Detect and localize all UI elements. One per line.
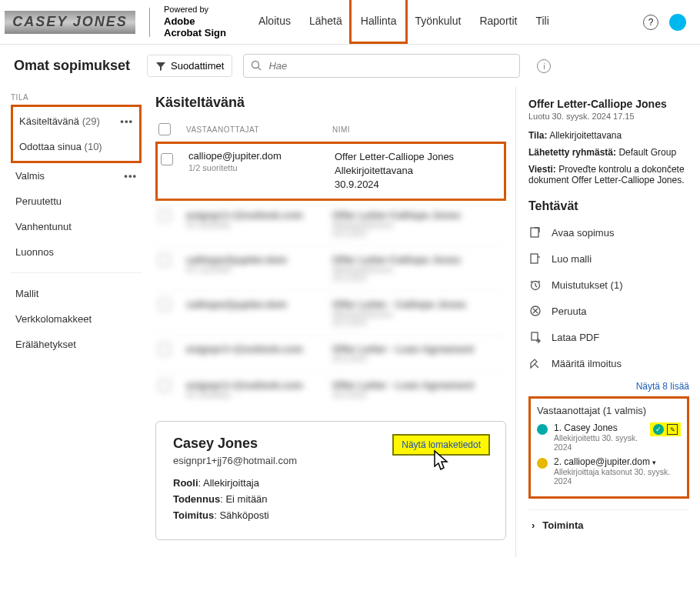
sidebar-item-verkkolomakkeet[interactable]: Verkkolomakkeet [11, 306, 142, 332]
panel-group: Lähetetty ryhmästä: Default Group [528, 147, 689, 158]
row-name: Offer Letter-Calliope Jones Allekirjoite… [335, 150, 504, 192]
info-icon[interactable]: i [537, 59, 551, 73]
recipients-box: Vastaanottajat (1 valmis) 1. Casey Jones… [528, 396, 689, 499]
column-name: NIMI [332, 125, 506, 134]
nav-tyonkulut[interactable]: Työnkulut [405, 0, 470, 44]
logo-divider [149, 8, 150, 37]
sidebar-item-valmis[interactable]: Valmis ••• [11, 163, 142, 189]
template-icon [528, 252, 542, 265]
task-cancel[interactable]: Peruuta [528, 298, 689, 324]
avatar[interactable] [669, 14, 686, 31]
detail-delivery: Toimitus: Sähköposti [173, 509, 488, 521]
check-icon: ✓ [653, 424, 664, 435]
sidebar-item-mallit[interactable]: Mallit [11, 281, 142, 306]
status-badge: ✓ ✎ [650, 422, 681, 436]
sidebar-tila-label: TILA [11, 93, 142, 102]
logo: CASEY JONES [5, 11, 135, 34]
nav-tili[interactable]: Tili [526, 0, 558, 44]
sidebar-item-eralahetykset[interactable]: Erälähetykset [11, 332, 142, 357]
search-icon [251, 60, 262, 71]
detail-role: Rooli: Allekirjoittaja [173, 477, 488, 489]
page-title: Omat sopimukset [14, 58, 130, 74]
task-download[interactable]: Lataa PDF [528, 324, 689, 350]
column-recipients: VASTAANOTTAJAT [186, 125, 332, 134]
signature-icon: ✎ [667, 424, 678, 435]
row-checkbox[interactable] [161, 153, 173, 165]
open-icon [528, 225, 542, 239]
recipient-status-dot [537, 458, 548, 469]
highlight-box: Käsiteltävänä (29) ••• Odottaa sinua (10… [11, 105, 142, 163]
panel-status: Tila: Allekirjoitettavana [528, 130, 689, 141]
recipients-heading: Vastaanottajat (1 valmis) [537, 405, 681, 416]
show-more-link[interactable]: Näytä 8 lisää [528, 381, 689, 392]
sidebar-item-kasiteltavana[interactable]: Käsiteltävänä (29) ••• [15, 109, 138, 134]
table-row-blurred: esignpr1+@outlook.com0/1 suoritettuOffer… [155, 371, 506, 407]
timeline-toggle[interactable]: › Toiminta [528, 509, 689, 540]
download-icon [528, 330, 542, 344]
svg-line-1 [258, 68, 262, 71]
svg-rect-3 [531, 254, 538, 263]
sidebar-item-luonnos[interactable]: Luonnos [11, 239, 142, 265]
svg-rect-6 [532, 332, 538, 340]
sidebar-item-odottaa[interactable]: Odottaa sinua (10) [15, 134, 138, 159]
panel-title: Offer Letter-Calliope Jones [528, 98, 689, 110]
cursor-icon [427, 449, 452, 479]
powered-by: Powered by Adobe Acrobat Sign [164, 5, 226, 38]
svg-rect-2 [531, 228, 538, 237]
task-notify[interactable]: Määritä ilmoitus [528, 350, 689, 376]
detail-auth: Todennus: Ei mitään [173, 493, 488, 505]
filter-button[interactable]: Suodattimet [147, 55, 232, 77]
svg-point-0 [252, 62, 259, 68]
sidebar-item-vanhentunut[interactable]: Vanhentunut [11, 214, 142, 239]
row-progress: 1/2 suoritettu [188, 163, 335, 172]
nav-laheta[interactable]: Lähetä [300, 0, 352, 44]
cancel-icon [528, 304, 542, 318]
nav-aloitus[interactable]: Aloitus [249, 0, 300, 44]
notify-icon [528, 356, 542, 370]
panel-created: Luotu 30. syysk. 2024 17.15 [528, 112, 689, 121]
sidebar-item-peruutettu[interactable]: Peruutettu [11, 189, 142, 214]
help-icon[interactable]: ? [643, 15, 658, 30]
table-row-blurred: calliope@jupiter.domOffer Letter - Calli… [155, 290, 506, 335]
recipient-row[interactable]: 1. Casey Jones Allekirjoitettu 30. syysk… [537, 422, 681, 452]
clock-icon [528, 278, 542, 292]
recipient-status-dot [537, 424, 548, 435]
task-reminders[interactable]: Muistutukset (1) [528, 272, 689, 298]
top-nav: Aloitus Lähetä Hallinta Työnkulut Raport… [249, 0, 558, 44]
nav-hallinta[interactable]: Hallinta [352, 0, 406, 44]
detail-card: Casey Jones esignpr1+jj76@hotmail.com Ro… [155, 421, 506, 540]
filter-icon [155, 61, 166, 72]
nav-raportit[interactable]: Raportit [470, 0, 526, 44]
more-icon[interactable]: ••• [120, 115, 133, 127]
table-row[interactable]: calliope@jupiter.dom 1/2 suoritettu Offe… [155, 142, 506, 201]
recipient-row[interactable]: 2. calliope@jupiter.dom ▾ Allekirjoittaj… [537, 456, 681, 486]
table-row-blurred: esignpr1+@outlook.comOffer Letter - Loan… [155, 335, 506, 371]
task-template[interactable]: Luo malli [528, 245, 689, 272]
search-input[interactable] [243, 54, 520, 78]
table-row-blurred: calliope@jupiter.dom0/1 suoritettuOffer … [155, 245, 506, 290]
more-icon[interactable]: ••• [124, 170, 137, 182]
row-recipient: calliope@jupiter.dom [188, 150, 335, 162]
content-heading: Käsiteltävänä [155, 95, 506, 111]
panel-message: Viesti: Proveďte kontrolu a dokončete do… [528, 164, 689, 185]
select-all-checkbox[interactable] [158, 123, 171, 135]
table-row-blurred: esignpr1+@outlook.com0/1 suoritettuOffer… [155, 201, 506, 245]
tasks-heading: Tehtävät [528, 199, 689, 213]
chevron-right-icon: › [532, 519, 535, 531]
task-open[interactable]: Avaa sopimus [528, 219, 689, 245]
